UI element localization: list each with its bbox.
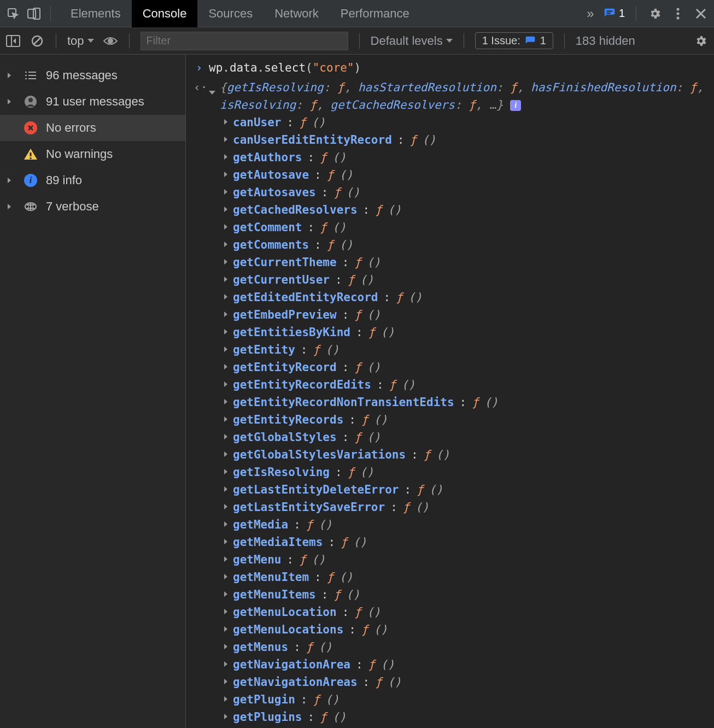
inspect-icon[interactable]	[5, 6, 21, 21]
object-property[interactable]: canUserEditEntityRecord: ƒ ()	[224, 131, 714, 149]
expand-icon	[224, 673, 227, 691]
toggle-sidebar-icon[interactable]	[5, 33, 21, 49]
console-return-line[interactable]: ‹· {getIsResolving: ƒ, hasStartedResolut…	[188, 79, 714, 114]
object-property[interactable]: getMenuLocation: ƒ ()	[224, 603, 714, 621]
object-property[interactable]: getPlugins: ƒ ()	[224, 708, 714, 726]
property-value: ƒ	[341, 533, 348, 551]
svg-point-5	[677, 8, 680, 10]
sidebar-item-user[interactable]: 91 user messages	[0, 89, 185, 115]
object-property[interactable]: getIsResolving: ƒ ()	[224, 463, 714, 481]
property-key: getMenuLocations	[233, 621, 343, 638]
property-key: getLastEntityDeleteError	[233, 481, 399, 498]
object-property[interactable]: getEntityRecordEdits: ƒ ()	[224, 376, 714, 394]
property-key: getCurrentUser	[233, 271, 330, 289]
object-property[interactable]: getAuthors: ƒ ()	[224, 149, 714, 166]
object-property[interactable]: getMediaItems: ƒ ()	[224, 533, 714, 551]
expand-icon	[224, 166, 227, 184]
property-value: ƒ	[333, 184, 341, 201]
object-property[interactable]: getEntityRecords: ƒ ()	[224, 411, 714, 428]
object-property[interactable]: getMenu: ƒ ()	[224, 551, 714, 568]
property-key: getMenuLocation	[233, 603, 337, 621]
svg-rect-22	[30, 157, 32, 159]
object-property[interactable]: getEntitiesByKind: ƒ ()	[224, 324, 714, 341]
hidden-messages-label[interactable]: 183 hidden	[576, 34, 635, 48]
object-property[interactable]: getLastEntitySaveError: ƒ ()	[224, 498, 714, 516]
object-property[interactable]: canUser: ƒ ()	[224, 114, 714, 131]
object-property[interactable]: getEditedEntityRecord: ƒ ()	[224, 289, 714, 306]
property-key: getMedia	[233, 516, 288, 533]
expand-icon	[224, 341, 227, 359]
tab-console[interactable]: Console	[132, 0, 198, 27]
device-toggle-icon[interactable]	[26, 6, 42, 21]
object-property[interactable]: getEntityRecord: ƒ ()	[224, 359, 714, 376]
object-property[interactable]: getLastEntityDeleteError: ƒ ()	[224, 481, 714, 498]
object-property[interactable]: getMenuItems: ƒ ()	[224, 586, 714, 603]
object-property[interactable]: getCachedResolvers: ƒ ()	[224, 201, 714, 219]
settings-gear-icon[interactable]	[647, 6, 663, 21]
expand-toggle-icon[interactable]	[209, 79, 215, 101]
execution-context-selector[interactable]: top	[67, 34, 94, 48]
property-key: getEntityRecord	[233, 359, 337, 376]
kebab-menu-icon[interactable]	[670, 6, 686, 21]
object-property[interactable]: getEmbedPreview: ƒ ()	[224, 306, 714, 324]
console-input-line[interactable]: › wp.data.select("core")	[188, 59, 714, 77]
property-key: getEmbedPreview	[233, 306, 337, 324]
tab-sources[interactable]: Sources	[197, 0, 264, 27]
object-property[interactable]: getPlugin: ƒ ()	[224, 691, 714, 708]
issues-pill-count: 1	[540, 34, 546, 47]
info-icon: i	[23, 173, 38, 188]
sidebar-item-label: 91 user messages	[46, 95, 144, 109]
property-key: getAutosave	[233, 166, 309, 184]
tab-elements[interactable]: Elements	[60, 0, 132, 27]
issues-badge[interactable]: 1	[604, 7, 625, 20]
property-key: getMenu	[233, 551, 282, 568]
sidebar-item-warn[interactable]: No warnings	[0, 141, 185, 167]
object-property[interactable]: getMenuLocations: ƒ ()	[224, 621, 714, 638]
info-badge-icon[interactable]: i	[510, 100, 521, 111]
property-value: ƒ	[396, 289, 403, 306]
expand-icon	[8, 202, 15, 211]
object-property[interactable]: getCurrentTheme: ƒ ()	[224, 254, 714, 271]
log-levels-selector[interactable]: Default levels	[371, 34, 453, 48]
sidebar-item-info[interactable]: i89 info	[0, 167, 185, 193]
object-property[interactable]: getGlobalStylesVariations: ƒ ()	[224, 446, 714, 463]
object-property[interactable]: getMenuItem: ƒ ()	[224, 568, 714, 586]
object-property[interactable]: getGlobalStyles: ƒ ()	[224, 428, 714, 446]
property-key: getPlugin	[233, 691, 295, 708]
console-settings-gear-icon[interactable]	[693, 33, 709, 49]
object-property[interactable]: getNavigationArea: ƒ ()	[224, 656, 714, 673]
expand-icon	[224, 481, 227, 498]
object-property[interactable]: getComment: ƒ ()	[224, 219, 714, 236]
tab-performance[interactable]: Performance	[330, 0, 420, 27]
property-value: ƒ	[354, 254, 361, 271]
object-property[interactable]: getMenus: ƒ ()	[224, 638, 714, 656]
sidebar-item-verbose[interactable]: 7 verbose	[0, 193, 185, 220]
expand-icon	[224, 289, 227, 306]
sidebar-item-list[interactable]: 96 messages	[0, 62, 185, 89]
property-key: getComment	[233, 219, 302, 236]
object-property[interactable]: getEntity: ƒ ()	[224, 341, 714, 359]
property-key: getMenuItem	[233, 568, 309, 586]
expand-icon	[224, 131, 227, 149]
property-key: getEntitiesByKind	[233, 324, 350, 341]
property-value: ƒ	[389, 376, 396, 394]
live-expression-icon[interactable]	[103, 33, 118, 49]
clear-console-icon[interactable]	[30, 33, 45, 49]
object-property[interactable]: getNavigationAreas: ƒ ()	[224, 673, 714, 691]
expand-icon	[224, 306, 227, 324]
object-property[interactable]: getComments: ƒ ()	[224, 236, 714, 254]
more-tabs-icon[interactable]: »	[583, 6, 598, 21]
console-sidebar: 96 messages91 user messagesNo errorsNo w…	[0, 55, 186, 728]
svg-point-12	[108, 39, 113, 43]
issues-pill[interactable]: 1 Issue: 1	[475, 32, 553, 49]
object-property[interactable]: getAutosave: ƒ ()	[224, 166, 714, 184]
object-property[interactable]: getEntityRecordNonTransientEdits: ƒ ()	[224, 394, 714, 411]
expand-icon	[224, 236, 227, 254]
object-property[interactable]: getAutosaves: ƒ ()	[224, 184, 714, 201]
filter-input[interactable]	[141, 32, 348, 50]
object-property[interactable]: getMedia: ƒ ()	[224, 516, 714, 533]
close-devtools-icon[interactable]	[693, 6, 709, 21]
tab-network[interactable]: Network	[264, 0, 330, 27]
sidebar-item-error[interactable]: No errors	[0, 115, 185, 141]
object-property[interactable]: getCurrentUser: ƒ ()	[224, 271, 714, 289]
